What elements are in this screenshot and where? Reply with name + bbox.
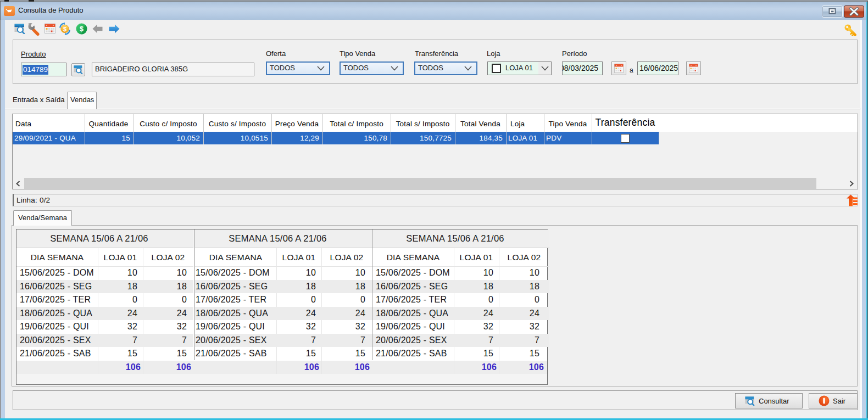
svg-text:$: $	[63, 26, 66, 32]
svg-text:$: $	[80, 25, 84, 33]
